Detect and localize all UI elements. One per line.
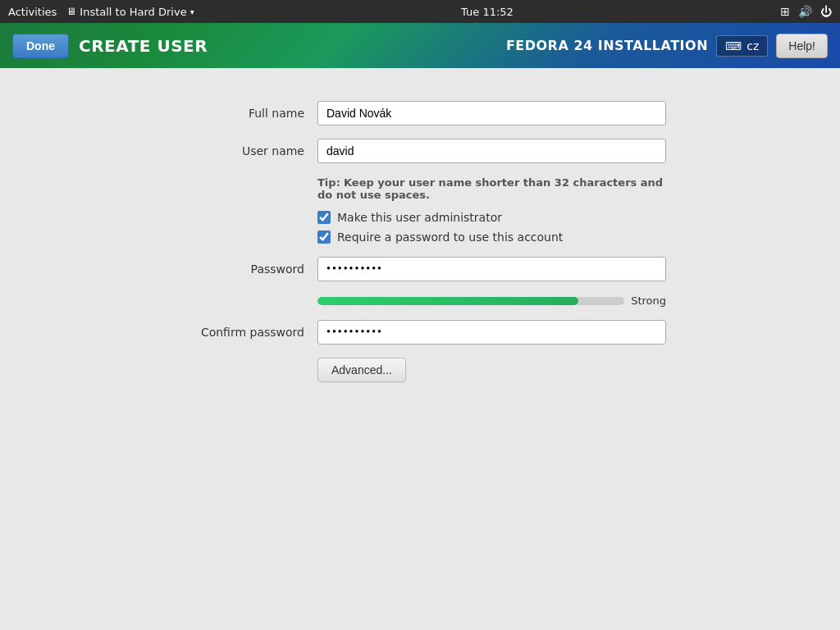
strength-bar-container: Strong bbox=[317, 294, 666, 307]
tip-text: Tip: Keep your user name shorter than 32… bbox=[317, 176, 666, 201]
app-menu[interactable]: 🖥 Install to Hard Drive ▾ bbox=[66, 6, 194, 18]
confirm-password-input[interactable] bbox=[317, 320, 666, 345]
confirm-password-row: Confirm password bbox=[174, 320, 666, 345]
app-menu-label: Install to Hard Drive bbox=[80, 6, 186, 18]
header-left: Done CREATE USER bbox=[12, 34, 208, 58]
confirm-password-label: Confirm password bbox=[174, 326, 317, 339]
username-row: User name bbox=[174, 139, 666, 163]
password-required-label[interactable]: Require a password to use this account bbox=[317, 231, 563, 244]
header-right: FEDORA 24 INSTALLATION ⌨ cz Help! bbox=[506, 34, 828, 58]
admin-checkbox-label[interactable]: Make this user administrator bbox=[317, 211, 502, 224]
app-header: Done CREATE USER FEDORA 24 INSTALLATION … bbox=[0, 23, 840, 68]
keyboard-icon: ⌨ bbox=[725, 39, 742, 52]
advanced-row: Advanced... bbox=[174, 358, 666, 382]
password-required-checkbox[interactable] bbox=[317, 231, 331, 244]
admin-checkbox[interactable] bbox=[317, 211, 331, 224]
strength-label: Strong bbox=[631, 294, 666, 307]
keyboard-layout-label: cz bbox=[746, 39, 759, 52]
network-icon[interactable]: ⊞ bbox=[780, 5, 790, 18]
power-icon[interactable]: ⏻ bbox=[820, 5, 832, 18]
clock: Tue 11:52 bbox=[461, 6, 514, 18]
password-row: Password bbox=[174, 257, 666, 281]
admin-checkbox-row: Make this user administrator bbox=[174, 211, 666, 224]
username-label: User name bbox=[174, 144, 317, 158]
done-button[interactable]: Done bbox=[12, 34, 69, 58]
password-required-row: Require a password to use this account bbox=[174, 231, 666, 244]
admin-checkbox-text: Make this user administrator bbox=[337, 211, 502, 224]
help-button[interactable]: Help! bbox=[776, 34, 828, 58]
page-title: CREATE USER bbox=[79, 36, 208, 56]
activities-button[interactable]: Activities bbox=[8, 6, 57, 18]
tip-prefix: Tip: bbox=[317, 176, 340, 189]
password-label: Password bbox=[174, 262, 317, 276]
system-tray: ⊞ 🔊 ⏻ bbox=[780, 5, 832, 18]
install-title: FEDORA 24 INSTALLATION bbox=[506, 38, 708, 53]
password-required-text: Require a password to use this account bbox=[337, 231, 563, 244]
keyboard-layout-selector[interactable]: ⌨ cz bbox=[716, 35, 768, 57]
strength-bar-bg bbox=[317, 297, 624, 305]
chevron-down-icon: ▾ bbox=[190, 7, 194, 16]
advanced-button[interactable]: Advanced... bbox=[317, 358, 406, 382]
volume-icon[interactable]: 🔊 bbox=[798, 5, 812, 18]
username-input[interactable] bbox=[317, 139, 666, 163]
app-icon: 🖥 bbox=[66, 6, 76, 17]
create-user-form: Full name User name Tip: Keep your user … bbox=[174, 101, 666, 382]
fullname-row: Full name bbox=[174, 101, 666, 126]
fullname-input[interactable] bbox=[317, 101, 666, 126]
password-strength-row: Strong bbox=[174, 294, 666, 307]
system-bar-left: Activities 🖥 Install to Hard Drive ▾ bbox=[8, 6, 194, 18]
strength-bar-fill bbox=[317, 297, 578, 305]
password-input[interactable] bbox=[317, 257, 666, 281]
fullname-label: Full name bbox=[174, 107, 317, 120]
main-content: Full name User name Tip: Keep your user … bbox=[0, 68, 840, 630]
system-bar: Activities 🖥 Install to Hard Drive ▾ Tue… bbox=[0, 0, 840, 23]
tip-row: Tip: Keep your user name shorter than 32… bbox=[174, 176, 666, 201]
